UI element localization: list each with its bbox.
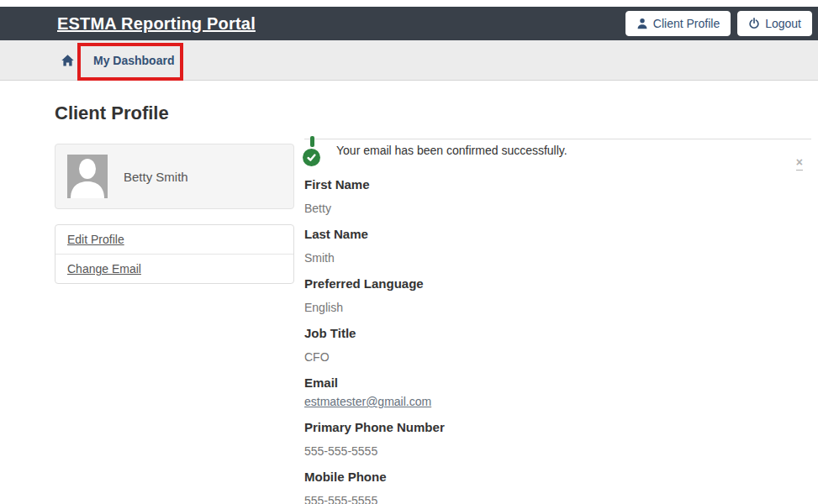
field-preferred-language: Preferred Language English: [304, 276, 811, 316]
profile-sidebar: Betty Smith Edit Profile Change Email: [55, 144, 294, 284]
field-value: estmatester@gmail.com: [304, 394, 811, 410]
profile-actions-list: Edit Profile Change Email: [55, 224, 294, 284]
change-email-link[interactable]: Change Email: [67, 262, 141, 276]
field-value: Smith: [304, 250, 811, 266]
person-silhouette-icon: [67, 155, 108, 198]
logout-button-label: Logout: [765, 17, 801, 30]
home-icon[interactable]: [61, 54, 75, 67]
power-icon: [748, 18, 760, 29]
field-value: CFO: [304, 349, 811, 365]
field-label: Email: [304, 375, 811, 391]
user-icon: [636, 18, 648, 29]
field-label: Job Title: [304, 325, 811, 341]
email-link[interactable]: estmatester@gmail.com: [304, 395, 431, 408]
success-check-icon: [303, 136, 321, 166]
client-profile-button-label: Client Profile: [653, 17, 720, 30]
estma-portal-page: ESTMA Reporting Portal Client Profile Lo…: [0, 0, 818, 504]
alert-message: Your email has been confirmed successful…: [336, 144, 811, 157]
list-item[interactable]: Change Email: [55, 254, 293, 283]
client-profile-button[interactable]: Client Profile: [625, 11, 731, 36]
field-label: Last Name: [304, 226, 811, 242]
app-header: ESTMA Reporting Portal Client Profile Lo…: [0, 7, 818, 40]
profile-details-panel: Your email has been confirmed successful…: [304, 139, 811, 504]
field-first-name: First Name Betty: [304, 176, 811, 217]
breadcrumb-separator: [78, 50, 79, 71]
field-value: 555-555-5555: [304, 444, 811, 459]
profile-fields: First Name Betty Last Name Smith Preferr…: [304, 172, 811, 504]
top-white-strip: [0, 0, 818, 7]
field-primary-phone: Primary Phone Number 555-555-5555: [304, 419, 811, 459]
profile-summary-card: Betty Smith: [55, 144, 294, 209]
field-value: 555-555-5555: [304, 493, 811, 504]
breadcrumb-bar: My Dashboard: [0, 40, 818, 81]
avatar: [67, 155, 108, 198]
field-value: Betty: [304, 201, 811, 217]
main-content: Client Profile Betty Smith Edit Profile: [0, 81, 818, 504]
edit-profile-link[interactable]: Edit Profile: [67, 233, 124, 246]
success-alert: Your email has been confirmed successful…: [304, 139, 811, 172]
field-value: English: [304, 300, 811, 316]
field-email: Email estmatester@gmail.com: [304, 375, 811, 410]
close-icon[interactable]: ×: [796, 156, 803, 171]
field-job-title: Job Title CFO: [304, 325, 811, 365]
breadcrumb-item-my-dashboard[interactable]: My Dashboard: [93, 54, 174, 67]
field-mobile-phone: Mobile Phone 555-555-5555: [304, 469, 811, 504]
field-label: Preferred Language: [304, 276, 811, 291]
profile-name: Betty Smith: [124, 170, 188, 184]
field-label: Primary Phone Number: [304, 419, 811, 435]
field-label: Mobile Phone: [304, 469, 811, 485]
field-label: First Name: [304, 176, 811, 192]
app-title-link[interactable]: ESTMA Reporting Portal: [57, 14, 256, 34]
page-title: Client Profile: [55, 102, 811, 124]
logout-button[interactable]: Logout: [737, 11, 812, 36]
list-item[interactable]: Edit Profile: [55, 225, 293, 254]
field-last-name: Last Name Smith: [304, 226, 811, 266]
